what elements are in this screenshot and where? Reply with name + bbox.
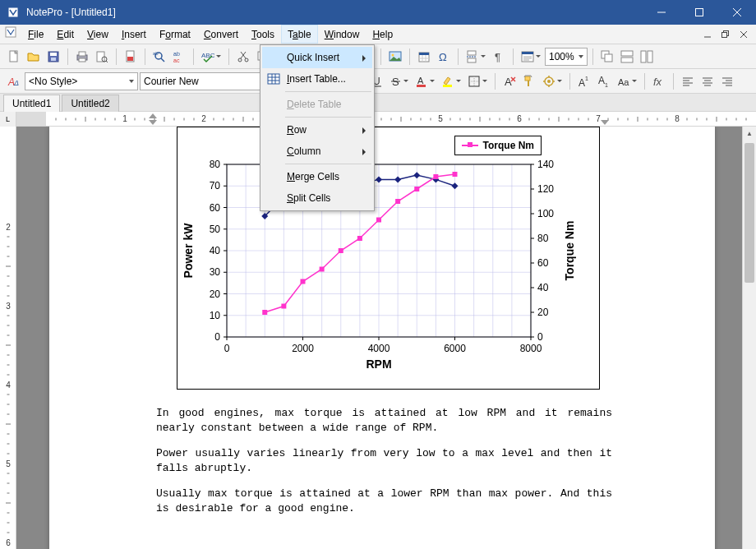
- menu-convert[interactable]: Convert: [197, 25, 245, 44]
- zoom-combo[interactable]: 100%: [545, 48, 588, 66]
- highlight-button[interactable]: [439, 72, 463, 91]
- print-button[interactable]: [73, 47, 91, 67]
- insert-image-button[interactable]: [386, 47, 404, 67]
- align-left-button[interactable]: [679, 72, 697, 91]
- svg-rect-66: [648, 51, 652, 62]
- format-options-button[interactable]: [540, 72, 565, 91]
- doctab-untitled1[interactable]: Untitled1: [3, 95, 60, 112]
- save-button[interactable]: [44, 47, 62, 67]
- svg-text:Aa: Aa: [618, 77, 629, 87]
- paragraph: Usually max torque is attained at a lowe…: [156, 487, 612, 515]
- mdi-close-button[interactable]: [735, 26, 752, 43]
- control-menu-icon[interactable]: [3, 25, 18, 39]
- svg-text:Δ: Δ: [13, 79, 19, 87]
- svg-rect-52: [468, 51, 476, 55]
- menu-tools[interactable]: Tools: [245, 25, 281, 44]
- style-combo[interactable]: <No Style>: [25, 72, 138, 90]
- ruler-horizontal[interactable]: 12345678: [16, 112, 756, 126]
- svg-text:70: 70: [210, 180, 221, 191]
- svg-rect-297: [414, 187, 419, 191]
- menu-file[interactable]: File: [21, 25, 50, 44]
- formula-button[interactable]: fx: [650, 72, 668, 91]
- svg-text:7: 7: [596, 114, 601, 123]
- print-preview-button[interactable]: [93, 47, 111, 67]
- copy-format-button[interactable]: [520, 72, 538, 91]
- style-icon[interactable]: AΔ: [5, 72, 23, 91]
- menu-row[interactable]: Row: [262, 119, 372, 141]
- menu-insert-table[interactable]: Insert Table...: [262, 68, 372, 90]
- mdi-minimize-button[interactable]: [699, 26, 716, 43]
- view-mode-button[interactable]: [519, 47, 543, 67]
- change-case-button[interactable]: Aa: [615, 72, 639, 91]
- cascade-button[interactable]: [598, 47, 616, 67]
- tile-h-button[interactable]: [618, 47, 636, 67]
- svg-rect-64: [621, 58, 633, 62]
- menu-insert[interactable]: Insert: [115, 25, 153, 44]
- svg-text:140: 140: [537, 159, 554, 170]
- show-marks-button[interactable]: ¶: [490, 47, 508, 67]
- replace-button[interactable]: abac: [170, 47, 188, 67]
- find-button[interactable]: ab: [150, 47, 168, 67]
- border-button[interactable]: [465, 72, 490, 91]
- svg-rect-294: [357, 236, 362, 241]
- menu-column[interactable]: Column: [262, 141, 372, 162]
- menu-split-cells[interactable]: Split Cells: [262, 187, 372, 209]
- ruler-vertical[interactable]: 23456: [0, 127, 16, 549]
- spellcheck-button[interactable]: ABC: [199, 47, 224, 67]
- page-break-button[interactable]: [463, 47, 488, 67]
- svg-text:Ω: Ω: [439, 51, 447, 63]
- ruler-corner: L: [0, 112, 16, 127]
- menu-quick-insert[interactable]: Quick Insert: [262, 47, 372, 68]
- mdi-restore-button[interactable]: [717, 26, 734, 43]
- clear-format-button[interactable]: A: [500, 72, 519, 91]
- minimize-button[interactable]: [643, 0, 680, 25]
- doctab-untitled2[interactable]: Untitled2: [62, 95, 118, 112]
- svg-rect-13: [50, 53, 57, 56]
- svg-rect-65: [641, 51, 646, 62]
- subscript-button[interactable]: A1: [595, 72, 613, 91]
- menu-view[interactable]: View: [81, 25, 115, 44]
- svg-text:120: 120: [537, 183, 554, 195]
- paragraph: Power usually varies linearly from very …: [156, 446, 612, 475]
- svg-text:60: 60: [537, 257, 549, 269]
- insert-date-button[interactable]: [415, 47, 433, 67]
- menu-table[interactable]: Table: [281, 25, 318, 44]
- scrollbar-thumb[interactable]: [744, 143, 754, 283]
- font-color-button[interactable]: A: [413, 72, 437, 91]
- menu-edit[interactable]: Edit: [50, 25, 81, 44]
- svg-text:3: 3: [6, 302, 11, 311]
- svg-text:RPM: RPM: [366, 358, 391, 371]
- svg-rect-47: [419, 53, 429, 55]
- svg-rect-289: [262, 310, 267, 315]
- new-button[interactable]: [5, 47, 23, 67]
- align-center-button[interactable]: [698, 72, 717, 91]
- svg-rect-57: [522, 52, 533, 54]
- scrollbar-vertical[interactable]: ▲ ▼: [742, 127, 756, 549]
- menu-format[interactable]: Format: [153, 25, 197, 44]
- menu-window[interactable]: Window: [318, 25, 366, 44]
- menu-help[interactable]: Help: [366, 25, 399, 44]
- svg-text:ABC: ABC: [201, 52, 214, 59]
- svg-rect-75: [417, 85, 426, 87]
- svg-text:20: 20: [537, 307, 549, 318]
- insert-symbol-button[interactable]: Ω: [435, 47, 453, 67]
- svg-text:1: 1: [605, 82, 608, 88]
- document-text[interactable]: In good engines, max torque is attained …: [156, 406, 612, 527]
- menu-merge-cells[interactable]: Merge Cells: [262, 166, 372, 187]
- svg-text:2: 2: [201, 114, 206, 123]
- svg-rect-295: [376, 218, 381, 223]
- tile-v-button[interactable]: [638, 47, 656, 67]
- scroll-up-icon[interactable]: ▲: [743, 127, 756, 141]
- svg-text:30: 30: [210, 266, 221, 278]
- document-area[interactable]: 0102030405060708002040608010012014002000…: [16, 127, 742, 549]
- export-pdf-button[interactable]: [122, 47, 140, 67]
- strike-button[interactable]: S: [388, 72, 411, 91]
- svg-rect-298: [433, 174, 438, 179]
- workspace: 23456 0102030405060708002040608010012014…: [0, 127, 756, 549]
- cut-button[interactable]: [234, 47, 252, 67]
- maximize-button[interactable]: [680, 0, 718, 25]
- align-right-button[interactable]: [718, 72, 736, 91]
- superscript-button[interactable]: A1: [575, 72, 593, 91]
- close-button[interactable]: [718, 0, 756, 25]
- open-button[interactable]: [25, 47, 43, 67]
